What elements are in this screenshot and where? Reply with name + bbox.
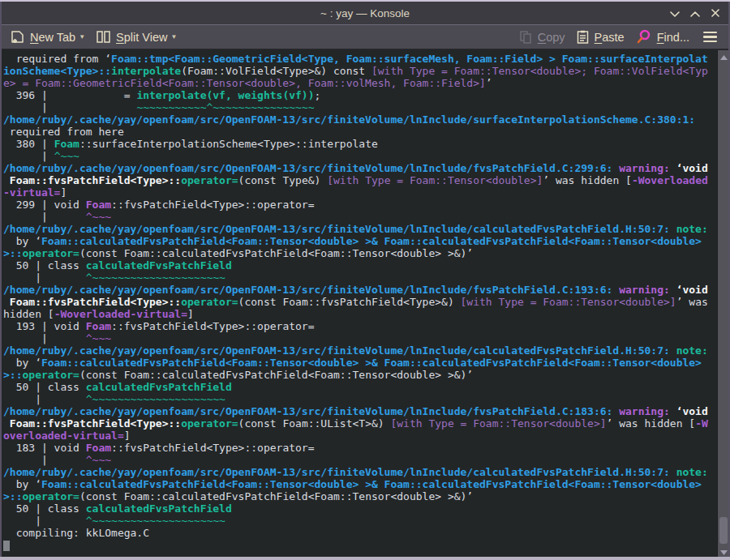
terminal-output[interactable]: required from ‘Foam::tmp<Foam::Geometric… <box>2 50 717 557</box>
terminal-line: by ‘Foam::calculatedFvsPatchField<Foam::… <box>3 478 717 490</box>
terminal-line: | ^~~~~~~~~~~~~~~~~~~~~~ <box>3 515 717 527</box>
terminal-line: 50 | class calculatedFvsPatchField <box>3 381 717 393</box>
terminal-line: compiling: kkLOmega.C <box>3 527 717 539</box>
maximize-button[interactable] <box>689 6 702 19</box>
terminal-line: | ^~~~ <box>3 332 717 344</box>
hamburger-icon <box>703 32 717 34</box>
terminal-line <box>3 539 717 551</box>
new-tab-icon <box>11 30 24 44</box>
terminal-line: /home/ruby/.cache/yay/openfoam/src/OpenF… <box>3 113 717 126</box>
paste-button[interactable]: Paste <box>571 30 630 44</box>
menu-button[interactable] <box>695 32 725 43</box>
terminal-line: 50 | class calculatedFvsPatchField <box>3 259 717 271</box>
scrollbar-thumb[interactable] <box>719 517 728 544</box>
new-tab-dropdown-arrow[interactable]: ▼ <box>79 33 85 41</box>
chevron-down-icon <box>670 6 680 20</box>
split-view-icon <box>97 31 110 43</box>
terminal-line: Foam::fvsPatchField<Type>::operator=(con… <box>3 296 717 308</box>
terminal-cursor <box>3 541 10 551</box>
terminal-line: required from ‘Foam::tmp<Foam::Geometric… <box>3 53 717 65</box>
terminal-line: | ^~~~ <box>3 454 717 466</box>
split-view-button[interactable]: Split View ▼ <box>91 31 182 44</box>
terminal-line: by ‘Foam::calculatedFvsPatchField<Foam::… <box>3 235 717 247</box>
copy-button[interactable]: Copy <box>514 31 571 44</box>
close-icon <box>711 6 719 20</box>
toolbar-right-group: Copy Paste Find... <box>514 29 725 45</box>
toolbar: New Tab ▼ Split View ▼ Copy <box>2 24 728 49</box>
copy-icon <box>520 31 532 44</box>
find-button[interactable]: Find... <box>630 29 695 45</box>
terminal-line: /home/ruby/.cache/yay/openfoam/src/OpenF… <box>3 466 717 478</box>
terminal-line: /home/ruby/.cache/yay/openfoam/src/OpenF… <box>3 284 717 296</box>
scrollbar[interactable] <box>717 50 728 557</box>
terminal-line: | ^~~~ <box>3 150 717 162</box>
terminal-line: Foam::fvsPatchField<Type>::operator=(con… <box>3 174 717 186</box>
paste-label: Paste <box>595 31 625 44</box>
close-button[interactable] <box>709 6 722 19</box>
titlebar[interactable]: ~ : yay — Konsole <box>2 2 728 24</box>
terminal-line: by ‘Foam::calculatedFvsPatchField<Foam::… <box>3 357 717 369</box>
terminal-line: 299 | void Foam::fvsPatchField<Type>::op… <box>3 199 717 211</box>
terminal-line: | ~~~~~~~~~~~^~~~~~~~~~~~~~~~~ <box>3 101 717 113</box>
find-label: Find... <box>657 31 689 44</box>
terminal-line: | ^~~~~~~~~~~~~~~~~~~~~~ <box>3 393 717 405</box>
terminal-line: >::operator=(const Foam::calculatedFvsPa… <box>3 247 717 259</box>
terminal-line: /home/ruby/.cache/yay/openfoam/src/OpenF… <box>3 162 717 174</box>
scrollbar-up-button[interactable] <box>719 50 728 62</box>
new-tab-button[interactable]: New Tab ▼ <box>5 30 91 44</box>
split-view-label: Split View <box>116 31 167 44</box>
terminal-line: Foam::fvsPatchField<Type>::operator=(con… <box>3 417 717 430</box>
terminal-line: /home/ruby/.cache/yay/openfoam/src/OpenF… <box>3 223 717 235</box>
window-title: ~ : yay — Konsole <box>320 7 410 19</box>
terminal-line: 183 | void Foam::fvsPatchField<Type>::op… <box>3 442 717 454</box>
terminal-line: ionScheme<Type>::interpolate(Foam::VolFi… <box>3 65 717 77</box>
minimize-button[interactable] <box>668 6 681 19</box>
scrollbar-down-button[interactable] <box>719 545 728 557</box>
terminal-line: e> = Foam::GeometricField<Foam::Tensor<d… <box>3 77 717 89</box>
window-border-bottom <box>0 557 730 560</box>
terminal-line: 380 | Foam::surfaceInterpolationScheme<T… <box>3 138 717 150</box>
terminal-line: /home/ruby/.cache/yay/openfoam/src/OpenF… <box>3 405 717 417</box>
new-tab-label: New Tab <box>30 31 75 44</box>
arrow-down-icon <box>720 544 728 558</box>
terminal-line: >::operator=(const Foam::calculatedFvsPa… <box>3 490 717 502</box>
terminal-line: | ^~~~ <box>3 211 717 223</box>
chevron-up-icon <box>690 6 700 20</box>
window-controls <box>668 2 722 24</box>
toolbar-left-group: New Tab ▼ Split View ▼ <box>5 30 182 44</box>
terminal-line: 193 | void Foam::fvsPatchField<Type>::op… <box>3 320 717 332</box>
terminal-line: -virtual=] <box>3 186 717 199</box>
terminal-line: overloaded-virtual=] <box>3 430 717 442</box>
terminal-line: /home/ruby/.cache/yay/openfoam/src/OpenF… <box>3 344 717 357</box>
terminal-line: 50 | class calculatedFvsPatchField <box>3 502 717 515</box>
paste-icon <box>577 30 589 44</box>
search-icon <box>636 29 651 45</box>
terminal-line: | ^~~~~~~~~~~~~~~~~~~~~~ <box>3 271 717 284</box>
terminal-line: hidden [-Woverloaded-virtual=] <box>3 308 717 320</box>
split-view-dropdown-arrow[interactable]: ▼ <box>171 33 178 41</box>
terminal-line: >::operator=(const Foam::calculatedFvsPa… <box>3 369 717 381</box>
copy-label: Copy <box>538 31 565 44</box>
terminal-line: 396 | = interpolate(vf, weights(vf)); <box>3 89 717 101</box>
arrow-up-icon <box>720 49 728 63</box>
terminal-line: required from here <box>3 126 717 138</box>
